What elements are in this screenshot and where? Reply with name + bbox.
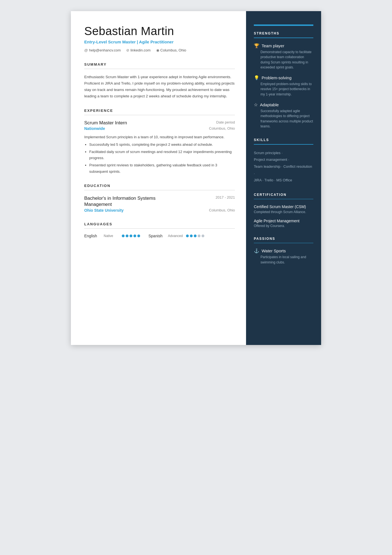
edu-location-row: Ohio State University Columbus, Ohio [84, 208, 235, 213]
strengths-title: STRENGTHS [254, 31, 313, 35]
lang-row: English Native Spanish Advanced [84, 234, 235, 238]
certification-section: CERTIFICATION Certified Scrum Master (CS… [254, 193, 313, 228]
passion-water: ⚓ Water Sports Participates in local sai… [254, 248, 313, 265]
right-column: STRENGTHS 🏆 Team player Demonstrated cap… [246, 11, 321, 345]
cert-csm-name: Certified Scrum Master (CSM) [254, 204, 313, 209]
certification-title: CERTIFICATION [254, 193, 313, 197]
lang-english-dots [122, 235, 140, 237]
dot [137, 235, 140, 237]
cert-csm: Certified Scrum Master (CSM) Completed t… [254, 204, 313, 214]
strength-team-name: Team player [262, 43, 284, 48]
strength-adaptable-name: Adaptable [260, 102, 279, 107]
strength-problem-header: 💡 Problem-solving [254, 75, 313, 80]
email-text: help@enhancv.com [89, 48, 121, 52]
contact-linkedin: ⊘ linkedin.com [126, 48, 150, 52]
bulb-icon: 💡 [254, 75, 259, 80]
job-description: Implemented Scrum principles in a team o… [84, 134, 235, 140]
passion-water-header: ⚓ Water Sports [254, 248, 313, 253]
skill-line-2: Project management · [254, 156, 313, 163]
cert-agile-sub: Offered by Coursera. [254, 224, 313, 228]
job-date: Date period [216, 120, 235, 124]
contact-row: @ help@enhancv.com ⊘ linkedin.com ◉ Colu… [84, 48, 235, 52]
linkedin-text: linkedin.com [130, 48, 150, 52]
location-icon: ◉ [156, 48, 159, 52]
strength-problem-name: Problem-solving [262, 75, 292, 80]
languages-divider [84, 228, 235, 229]
skill-line-1: Scrum principles · [254, 150, 313, 157]
languages-section: LANGUAGES English Native Spanish [84, 222, 235, 238]
email-icon: @ [84, 48, 88, 52]
anchor-icon: ⚓ [254, 248, 259, 253]
skills-section: SKILLS Scrum principles · Project manage… [254, 138, 313, 184]
strength-team-header: 🏆 Team player [254, 43, 313, 48]
summary-title: SUMMARY [84, 62, 235, 66]
lang-spanish-level: Advanced [168, 234, 183, 238]
education-title: EDUCATION [84, 184, 235, 188]
location-text: Columbus, Ohio [160, 48, 186, 52]
dot [186, 235, 189, 237]
passions-divider [254, 243, 313, 243]
strength-adaptable-header: ☆ Adaptable [254, 102, 313, 107]
skills-text: Scrum principles · Project management · … [254, 150, 313, 184]
edu-header: Bachelor's in Information Systems Manage… [84, 195, 235, 208]
skills-divider [254, 144, 313, 145]
dot [202, 235, 204, 237]
job-location: Columbus, Ohio [209, 126, 235, 131]
cert-agile-name: Agile Project Management [254, 218, 313, 223]
languages-title: LANGUAGES [84, 222, 235, 226]
lang-english-name: English [84, 234, 101, 238]
strength-problem: 💡 Problem-solving Employed problem-solvi… [254, 75, 313, 97]
linkedin-icon: ⊘ [126, 48, 129, 52]
education-section: EDUCATION Bachelor's in Information Syst… [84, 184, 235, 213]
lang-spanish-dots [186, 235, 204, 237]
education-divider [84, 190, 235, 190]
job-company: Nationwide [84, 126, 105, 131]
lang-english-level: Native [104, 234, 119, 238]
edu-location: Columbus, Ohio [209, 208, 235, 213]
edu-school: Ohio State University [84, 208, 124, 213]
cert-agile: Agile Project Management Offered by Cour… [254, 218, 313, 228]
bullet-1: Successfully led 5 sprints, completing t… [89, 142, 235, 148]
lang-spanish: Spanish Advanced [148, 234, 204, 238]
passions-title: PASSIONS [254, 237, 313, 241]
skill-line-3: Team leadership · Conflict resolution · [254, 163, 313, 177]
certification-divider [254, 199, 313, 199]
trophy-icon: 🏆 [254, 43, 259, 48]
contact-location: ◉ Columbus, Ohio [156, 48, 186, 52]
dot [198, 235, 200, 237]
experience-section: EXPERIENCE Scrum Master Intern Date peri… [84, 108, 235, 175]
experience-divider [84, 115, 235, 115]
summary-text: Enthusiastic Scrum Master with 1-year ex… [84, 74, 235, 100]
job-location-row: Nationwide Columbus, Ohio [84, 126, 235, 131]
strength-problem-desc: Employed problem-solving skills to resol… [254, 82, 313, 97]
passion-water-desc: Participates in local sailing and swimmi… [254, 255, 313, 265]
passion-water-name: Water Sports [262, 248, 286, 253]
job-header: Scrum Master Intern Date period [84, 120, 235, 126]
bullet-3: Presented sprint reviews to stakeholders… [89, 162, 235, 174]
lang-spanish-name: Spanish [148, 234, 165, 238]
dot [133, 235, 136, 237]
bullet-2: Facilitated daily scrum of scrum meeting… [89, 149, 235, 161]
dot [194, 235, 197, 237]
dot [122, 235, 125, 237]
summary-divider [84, 69, 235, 69]
header-title: Entry-Level Scrum Master | Agile Practit… [84, 40, 235, 44]
left-column: Sebastian Martin Entry-Level Scrum Maste… [71, 11, 246, 345]
strength-adaptable-desc: Successfully adapted agile methodologies… [254, 108, 313, 129]
dot [190, 235, 193, 237]
edu-degree: Bachelor's in Information Systems Manage… [84, 195, 168, 208]
lang-english: English Native [84, 234, 140, 238]
cert-csm-sub: Completed through Scrum Alliance. [254, 210, 313, 214]
strength-team-desc: Demonstrated capacity to facilitate prod… [254, 50, 313, 70]
job-bullets: Successfully led 5 sprints, completing t… [84, 142, 235, 174]
dot [130, 235, 132, 237]
resume-container: Sebastian Martin Entry-Level Scrum Maste… [71, 11, 321, 345]
strengths-divider [254, 38, 313, 38]
experience-title: EXPERIENCE [84, 108, 235, 113]
strength-adaptable: ☆ Adaptable Successfully adapted agile m… [254, 102, 313, 129]
edu-dates: 2017 - 2021 [216, 195, 235, 199]
skills-title: SKILLS [254, 138, 313, 142]
contact-email: @ help@enhancv.com [84, 48, 121, 52]
header-name: Sebastian Martin [84, 24, 235, 38]
dot [126, 235, 128, 237]
